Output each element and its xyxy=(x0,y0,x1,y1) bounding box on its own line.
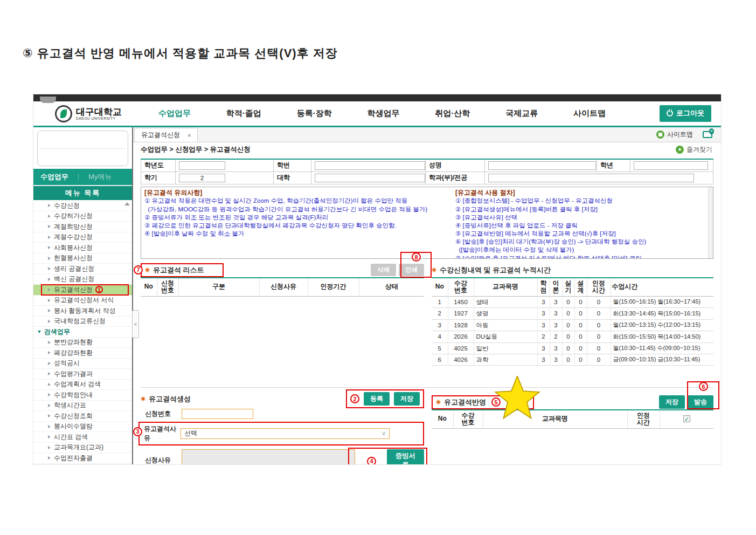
nav-item-1[interactable]: 학적·졸업 xyxy=(226,108,261,119)
select-all-checkbox[interactable]: ✓ xyxy=(683,415,690,422)
sidebar-item[interactable]: 분반강좌현황 xyxy=(33,338,132,348)
nav-item-0[interactable]: 수업업무 xyxy=(158,108,191,119)
field-input-r2-0[interactable]: 2 xyxy=(179,174,225,182)
nav-item-2[interactable]: 등록·장학 xyxy=(297,108,332,119)
column-header: 신청 번호 xyxy=(157,278,178,297)
table-row[interactable]: 21927생명33000화(13:30~14:45) 목(15:00~16:15… xyxy=(432,308,713,319)
send-button[interactable]: 발송 xyxy=(688,395,713,409)
cell: 생명 xyxy=(474,308,537,319)
sidebar-item[interactable]: 시간표 검색 xyxy=(33,432,132,443)
annotation-6-circle: 6 xyxy=(699,382,708,391)
cell: 월(15:00~16:15) 월(16:30~17:45) xyxy=(611,297,713,308)
sidebar-item[interactable]: 유고결석신청서 서식 xyxy=(33,296,132,306)
register-button[interactable]: 등록 xyxy=(364,392,390,406)
sitemap-label: 사이트맵 xyxy=(667,130,693,139)
sidebar-item[interactable]: 백신 공결신청 xyxy=(33,275,132,285)
close-all-windows-icon[interactable] xyxy=(703,131,712,138)
triangle-right-icon xyxy=(48,446,51,449)
absence-apply-section: 유고결석반영 5 저장 발송 6 No xyxy=(432,392,713,465)
annotation-8-circle: 8 xyxy=(412,252,421,262)
sidebar-item[interactable]: 교과목개요(교과) xyxy=(33,443,132,454)
triangle-right-icon xyxy=(48,383,51,386)
logout-button[interactable]: 로그아웃 xyxy=(660,105,711,122)
sidebar-item[interactable]: 봉사이수열람 xyxy=(33,422,132,433)
chevron-down-icon: ∨ xyxy=(382,430,386,437)
sidebar-item[interactable]: 학생시간표 xyxy=(33,401,132,411)
field-input-r2-1[interactable] xyxy=(315,174,425,182)
sidebar-item[interactable]: 폐강강좌현황 xyxy=(33,348,132,359)
sidebar-item-label: 학생시간표 xyxy=(54,401,86,410)
nav-item-6[interactable]: 사이트맵 xyxy=(573,108,606,119)
nav-item-4[interactable]: 취업·산학 xyxy=(435,108,470,119)
annotation-box-create-buttons: 2 등록 저장 xyxy=(346,389,424,408)
page-title: ⑤ 유고결석 반영 메뉴에서 적용할 교과목 선택(V)후 저장 xyxy=(23,45,338,61)
sidebar-item[interactable]: 수강허가신청 xyxy=(33,211,132,222)
column-header: 교과목명 xyxy=(483,410,627,429)
delete-button[interactable]: 삭제 xyxy=(371,264,396,276)
sidebar-item[interactable]: 봉사 활동계획서 작성 xyxy=(33,306,132,317)
triangle-right-icon xyxy=(48,351,51,354)
sidebar-item[interactable]: 수업전자출결 xyxy=(33,453,132,464)
tab-close-icon[interactable]: × xyxy=(188,132,191,139)
tab-absence-application[interactable]: 유고결석신청 × xyxy=(134,128,198,142)
sidebar-item[interactable]: 성적공시 xyxy=(33,359,132,369)
sidebar-item[interactable]: 계절희망신청 xyxy=(33,222,132,232)
sitemap-button[interactable]: 사이트맵 xyxy=(656,130,693,139)
sidebar-item[interactable]: 헌혈봉사신청 xyxy=(33,253,132,264)
app-window: 대구대학교 DAEGU UNIVERSITY 수업업무학적·졸업등록·장학학생업… xyxy=(33,94,721,464)
sidebar-item-label: 유고결석신청서 서식 xyxy=(54,296,114,305)
table-row[interactable]: 54025일반33000월(10:30~11:45) 수(09:00~10:15… xyxy=(432,342,713,354)
field-input-3[interactable] xyxy=(634,161,708,170)
sidebar-item[interactable]: 유고결석신청1 xyxy=(33,285,132,296)
sidebar-item[interactable]: 수업평가결과 xyxy=(33,369,132,380)
sidebar-item[interactable]: 국내학점교류신청 xyxy=(33,317,132,327)
field-input-r2-2[interactable] xyxy=(488,174,694,182)
annotation-box-list-title: 유고결석 리스트 xyxy=(141,263,224,277)
notice-scrollbar[interactable] xyxy=(708,187,713,258)
table-row[interactable]: 11450생태33000월(15:00~16:15) 월(16:30~17:45… xyxy=(432,297,713,308)
nav-item-5[interactable]: 국제교류 xyxy=(505,108,538,119)
reason-select[interactable]: 선택 ∨ xyxy=(181,428,390,439)
cell: 2 xyxy=(537,331,550,342)
table-row[interactable]: 42026DU실용22000화(15:00~15:50) 목(14:00~14:… xyxy=(432,331,713,342)
sidebar-collapse-handle[interactable]: < xyxy=(132,310,139,338)
nav-item-3[interactable]: 학생업무 xyxy=(367,108,399,119)
sidebar-item[interactable]: 수업계획서 검색 xyxy=(33,380,132,390)
sidebar-tab-mymenu[interactable]: My메뉴 xyxy=(88,172,112,182)
column-header: No xyxy=(432,410,453,429)
table-row[interactable]: 31928아동33000월(12:00~13:15) 수(12:00~13:15… xyxy=(432,319,713,331)
sidebar-item[interactable]: 수강신청조회 xyxy=(33,411,132,422)
field-input-0[interactable] xyxy=(179,161,225,170)
cell: 2026 xyxy=(448,331,474,342)
sidebar-item[interactable]: 사회봉사신청 xyxy=(33,243,132,253)
sidebar-item-label: 성적공시 xyxy=(54,359,80,368)
cell: 0 xyxy=(574,319,587,331)
favorite-button[interactable]: ★ 즐겨찾기 xyxy=(676,145,712,154)
apply-save-button[interactable]: 저장 xyxy=(659,395,685,409)
notice-right-title: [유고결석 사용 절차] xyxy=(455,189,515,196)
sidebar-item[interactable]: 생리 공결신청 xyxy=(33,264,132,275)
triangle-right-icon xyxy=(48,456,51,459)
sidebar-item[interactable]: 수강학점안내 xyxy=(33,390,132,401)
table-row[interactable]: 64026과학33000금(09:00~10:15) 금(10:30~11:45… xyxy=(432,354,713,365)
cell: 2 xyxy=(432,308,448,319)
cell: 0 xyxy=(574,342,587,354)
sidebar-item[interactable]: 수강신청 xyxy=(33,201,132,211)
request-no-input[interactable] xyxy=(182,409,253,419)
print-button[interactable]: 인쇄 xyxy=(399,264,424,276)
cell: 4025 xyxy=(448,342,474,354)
sidebar-item[interactable]: 검색업무 xyxy=(33,327,132,338)
notice-right: [유고결석 사용 절차] ① [종합정보시스템] - 수업업무 - 신청업무 -… xyxy=(449,189,713,257)
sidebar-item-label: 수강허가신청 xyxy=(54,211,93,221)
reason-textarea[interactable] xyxy=(182,449,355,465)
attachment-button[interactable]: 증빙서류 xyxy=(387,449,424,465)
field-input-1[interactable] xyxy=(315,161,425,170)
create-save-button[interactable]: 저장 xyxy=(394,392,420,406)
cell: 3 xyxy=(550,297,562,308)
sidebar-tab-classwork[interactable]: 수업업무 xyxy=(40,172,68,182)
sidebar-item[interactable]: 계절수강신청 xyxy=(33,232,132,243)
field-input-2[interactable] xyxy=(488,161,596,170)
sidebar-item-label: 수업평가결과 xyxy=(54,369,93,379)
triangle-right-icon xyxy=(48,320,51,323)
cell: 0 xyxy=(587,297,611,308)
